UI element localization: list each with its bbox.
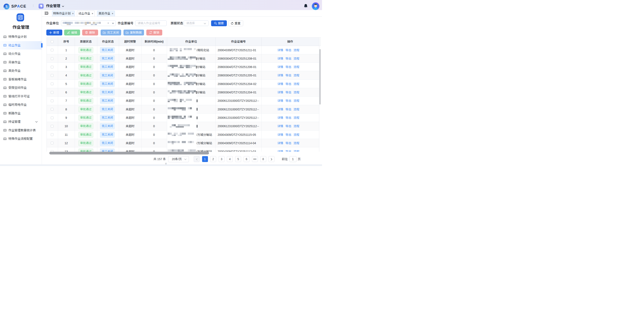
svg-text:S: S xyxy=(5,5,8,9)
